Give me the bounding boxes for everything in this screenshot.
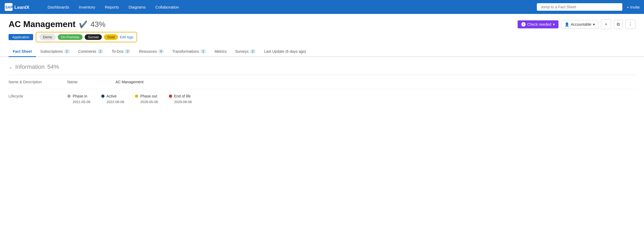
tab-transformations[interactable]: Transformations1 <box>168 47 210 57</box>
lifecycle-item-2: Phase out2026-05-06 <box>135 94 158 104</box>
tab-badge-todos: 2 <box>125 49 130 54</box>
tag-demo[interactable]: Demo <box>40 34 56 40</box>
tab-subscriptions[interactable]: Subscriptions2 <box>36 47 74 57</box>
page-header: AC Management ✔️ 43% i Check needed ▾ 👤 … <box>0 14 644 42</box>
lifecycle-item-0: Phase in2021-05-06 <box>67 94 91 104</box>
tabs-bar: Fact SheetSubscriptions2Comments2To-Dos2… <box>0 47 644 57</box>
tags-wrapper: Application Demo On Premise Sunset Gold … <box>9 32 635 42</box>
field-label-name-description: Name & Description <box>9 80 67 84</box>
title-row: AC Management ✔️ 43% i Check needed ▾ 👤 … <box>9 19 635 29</box>
information-section-header: ⌄ Information 54% <box>9 63 635 70</box>
nav-dashboards[interactable]: Dashboards <box>43 0 74 14</box>
tab-fact-sheet[interactable]: Fact Sheet <box>9 47 36 57</box>
tag-on-premise[interactable]: On Premise <box>58 34 83 40</box>
more-button[interactable]: ⋮ <box>625 20 635 29</box>
info-icon: i <box>521 22 526 27</box>
lifecycle-date-0: 2021-05-06 <box>67 100 91 104</box>
tags-bordered-container: Demo On Premise Sunset Gold Edit tags <box>36 32 137 42</box>
field-value-name: AC Management <box>115 80 143 84</box>
tab-resources[interactable]: Resources4 <box>135 47 168 57</box>
completion-percentage: 43% <box>91 20 106 29</box>
lifecycle-row: Lifecycle Phase in2021-05-06Active2022-0… <box>9 89 635 109</box>
edit-tags-link[interactable]: Edit tags <box>120 35 134 39</box>
lifecycle-dot-2 <box>135 95 138 98</box>
lifecycle-date-2: 2026-05-06 <box>135 100 158 104</box>
tab-badge-transformations: 1 <box>200 49 206 54</box>
name-description-row: Name & Description Name: AC Management <box>9 75 635 89</box>
application-badge: Application <box>9 34 33 40</box>
tab-surveys[interactable]: Surveys2 <box>231 47 260 57</box>
lifecycle-item-3: End of life2029-08-06 <box>169 94 192 104</box>
lifecycle-item-header-2: Phase out <box>135 94 157 98</box>
section-completion: 54% <box>47 63 59 70</box>
tag-sunset[interactable]: Sunset <box>85 34 102 40</box>
check-needed-button[interactable]: i Check needed ▾ <box>518 20 558 28</box>
svg-text:LeanIX: LeanIX <box>14 5 30 10</box>
title-actions: i Check needed ▾ 👤 Accountable ▾ ＋ ⧉ ⋮ <box>518 19 635 29</box>
lifecycle-name-1: Active <box>107 94 117 98</box>
section-title-information: Information <box>15 63 45 70</box>
nav-links: Dashboards Inventory Reports Diagrams Co… <box>43 0 537 14</box>
lifecycle-name-2: Phase out <box>140 94 157 98</box>
chevron-down-icon: ▾ <box>593 22 595 27</box>
tab-badge-subscriptions: 2 <box>64 49 70 54</box>
search-input[interactable] <box>537 3 622 11</box>
lifecycle-item-1: Active2022-08-06 <box>101 94 125 104</box>
lifecycle-item-header-3: End of life <box>169 94 191 98</box>
accountable-button[interactable]: 👤 Accountable ▾ <box>561 20 598 29</box>
lifecycle-name-0: Phase in <box>73 94 87 98</box>
svg-text:SAP: SAP <box>5 5 13 9</box>
nav-reports[interactable]: Reports <box>100 0 124 14</box>
nav-collaboration[interactable]: Collaboration <box>150 0 184 14</box>
lifecycle-dot-3 <box>169 95 172 98</box>
tab-comments[interactable]: Comments2 <box>74 47 107 57</box>
chevron-down-icon: ▾ <box>553 22 555 27</box>
lifecycle-item-header-1: Active <box>101 94 117 98</box>
page-title: AC Management <box>9 19 76 29</box>
tab-todos[interactable]: To-Dos2 <box>107 47 135 57</box>
content: ⌄ Information 54% Name & Description Nam… <box>0 57 644 115</box>
collapse-icon[interactable]: ⌄ <box>9 64 13 70</box>
person-icon: 👤 <box>565 22 569 27</box>
lifecycle-name-3: End of life <box>174 94 191 98</box>
lifecycle-date-3: 2029-08-06 <box>169 100 192 104</box>
logo[interactable]: SAP LeanIX <box>4 2 36 12</box>
nav-inventory[interactable]: Inventory <box>74 0 100 14</box>
field-label-lifecycle: Lifecycle <box>9 94 67 98</box>
field-key-name: Name: <box>67 80 115 84</box>
lifecycle-dot-1 <box>101 95 104 98</box>
copy-button[interactable]: ⧉ <box>614 20 623 29</box>
nav-diagrams[interactable]: Diagrams <box>124 0 150 14</box>
title-left: AC Management ✔️ 43% <box>9 19 106 29</box>
verified-icon: ✔️ <box>79 21 87 28</box>
add-button[interactable]: ＋ <box>601 19 611 29</box>
tab-badge-comments: 2 <box>98 49 103 54</box>
tab-metrics[interactable]: Metrics <box>210 47 231 57</box>
lifecycle-items: Phase in2021-05-06Active2022-08-06Phase … <box>67 94 192 104</box>
tab-badge-resources: 4 <box>158 49 164 54</box>
tab-last-update[interactable]: Last Update (6 days ago) <box>260 47 310 57</box>
invite-button[interactable]: + Invite <box>627 5 640 9</box>
lifecycle-item-header-0: Phase in <box>67 94 87 98</box>
tab-badge-surveys: 2 <box>250 49 256 54</box>
tag-gold[interactable]: Gold <box>104 34 118 40</box>
lifecycle-date-1: 2022-08-06 <box>101 100 125 104</box>
lifecycle-dot-0 <box>67 95 71 98</box>
navbar: SAP LeanIX Dashboards Inventory Reports … <box>0 0 644 14</box>
